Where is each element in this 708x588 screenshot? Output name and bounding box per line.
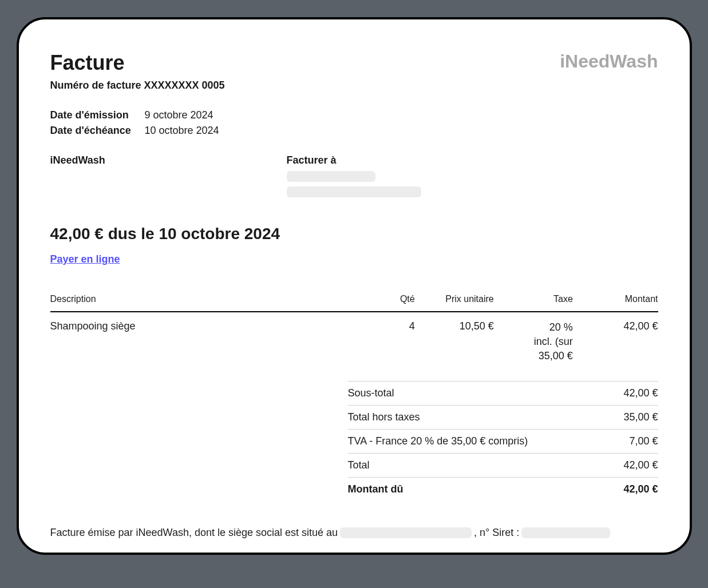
brand-logo-text: iNeedWash [560, 51, 658, 72]
item-description: Shampooing siège [50, 312, 354, 364]
item-tax-line1: 20 % [494, 320, 573, 335]
item-qty: 4 [354, 312, 415, 364]
line-items-table: Description Qté Prix unitaire Taxe Monta… [50, 294, 658, 364]
parties-row: iNeedWash Facturer à [50, 154, 658, 202]
total-value: 42,00 € [623, 459, 658, 471]
amount-due-value: 42,00 € [623, 483, 658, 495]
redacted-customer-address [287, 186, 421, 197]
invoice-document: Facture iNeedWash Numéro de facture XXXX… [17, 17, 692, 555]
total-label: Total [348, 459, 370, 471]
header-description: Description [50, 294, 354, 312]
party-to: Facturer à [287, 154, 658, 202]
item-tax-line2: incl. (sur [494, 335, 573, 349]
header-tax: Taxe [494, 294, 573, 312]
header-amount: Montant [573, 294, 658, 312]
pay-online-link[interactable]: Payer en ligne [50, 253, 120, 265]
vat-label: TVA - France 20 % de 35,00 € compris) [348, 435, 528, 447]
excl-tax-value: 35,00 € [623, 411, 658, 423]
subtotal-value: 42,00 € [623, 387, 658, 399]
footer-part2: , n° Siret : [474, 527, 519, 539]
redacted-siret [521, 527, 610, 538]
totals-block: Sous-total 42,00 € Total hors taxes 35,0… [348, 381, 658, 501]
subtotal-label: Sous-total [348, 387, 394, 399]
header-row: Facture iNeedWash [50, 51, 658, 75]
vat-row: TVA - France 20 % de 35,00 € compris) 7,… [348, 429, 658, 453]
subtotal-row: Sous-total 42,00 € [348, 381, 658, 405]
to-label: Facturer à [287, 154, 658, 166]
header-qty: Qté [354, 294, 415, 312]
due-date-row: Date d'échéance 10 octobre 2024 [50, 123, 658, 138]
due-date-label: Date d'échéance [50, 123, 145, 138]
excl-tax-label: Total hors taxes [348, 411, 420, 423]
due-statement: 42,00 € dus le 10 octobre 2024 [50, 225, 658, 243]
table-header-row: Description Qté Prix unitaire Taxe Monta… [50, 294, 658, 312]
table-row: Shampooing siège 4 10,50 € 20 % incl. (s… [50, 312, 658, 364]
item-tax-line3: 35,00 € [494, 349, 573, 363]
item-unit-price: 10,50 € [415, 312, 494, 364]
invoice-title: Facture [50, 51, 125, 75]
footer-part1: Facture émise par iNeedWash, dont le siè… [50, 527, 338, 539]
party-from: iNeedWash [50, 154, 287, 202]
item-amount: 42,00 € [573, 312, 658, 364]
footer-text: Facture émise par iNeedWash, dont le siè… [50, 527, 658, 539]
due-date-value: 10 octobre 2024 [145, 123, 219, 138]
dates-block: Date d'émission 9 octobre 2024 Date d'éc… [50, 108, 658, 138]
issue-date-label: Date d'émission [50, 108, 145, 123]
from-label: iNeedWash [50, 154, 287, 166]
total-row: Total 42,00 € [348, 453, 658, 477]
redacted-customer-name [287, 171, 375, 182]
issue-date-value: 9 octobre 2024 [145, 108, 213, 123]
header-unit-price: Prix unitaire [415, 294, 494, 312]
amount-due-row: Montant dû 42,00 € [348, 477, 658, 501]
redacted-address [340, 527, 472, 538]
excl-tax-row: Total hors taxes 35,00 € [348, 405, 658, 429]
invoice-number: Numéro de facture XXXXXXXX 0005 [50, 80, 658, 92]
amount-due-label: Montant dû [348, 483, 404, 495]
issue-date-row: Date d'émission 9 octobre 2024 [50, 108, 658, 123]
vat-value: 7,00 € [629, 435, 658, 447]
item-tax: 20 % incl. (sur 35,00 € [494, 312, 573, 364]
